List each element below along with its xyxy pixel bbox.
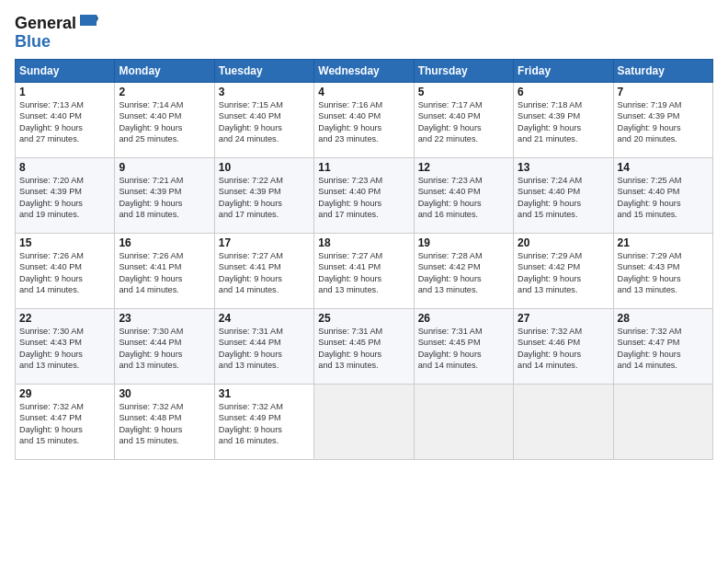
day-number: 30 [119,387,210,400]
calendar-cell: 5Sunrise: 7:17 AMSunset: 4:40 PMDaylight… [414,82,513,157]
svg-marker-0 [80,15,97,26]
day-number: 28 [618,312,709,325]
calendar-cell: 14Sunrise: 7:25 AMSunset: 4:40 PMDayligh… [613,157,712,233]
calendar-cell: 16Sunrise: 7:26 AMSunset: 4:41 PMDayligh… [115,233,214,308]
calendar-cell: 26Sunrise: 7:31 AMSunset: 4:45 PMDayligh… [414,308,513,384]
day-number: 14 [618,161,709,174]
cell-info: Sunrise: 7:29 AMSunset: 4:43 PMDaylight:… [618,250,709,296]
calendar-cell: 12Sunrise: 7:23 AMSunset: 4:40 PMDayligh… [414,157,513,233]
calendar-cell: 28Sunrise: 7:32 AMSunset: 4:47 PMDayligh… [613,308,712,384]
calendar-cell: 10Sunrise: 7:22 AMSunset: 4:39 PMDayligh… [214,157,313,233]
day-number: 12 [418,161,509,174]
column-header-monday: Monday [115,59,214,82]
cell-info: Sunrise: 7:31 AMSunset: 4:45 PMDaylight:… [418,326,509,372]
cell-info: Sunrise: 7:32 AMSunset: 4:49 PMDaylight:… [219,401,310,447]
calendar-cell [414,384,513,459]
day-number: 1 [19,86,110,98]
calendar-cell: 3Sunrise: 7:15 AMSunset: 4:40 PMDaylight… [214,82,313,157]
calendar-cell: 21Sunrise: 7:29 AMSunset: 4:43 PMDayligh… [613,233,712,308]
day-number: 21 [618,236,709,249]
cell-info: Sunrise: 7:27 AMSunset: 4:41 PMDaylight:… [318,250,409,296]
cell-info: Sunrise: 7:19 AMSunset: 4:39 PMDaylight:… [618,99,709,145]
day-number: 16 [119,236,210,249]
day-number: 10 [219,161,310,174]
cell-info: Sunrise: 7:31 AMSunset: 4:45 PMDaylight:… [318,326,409,372]
logo-blue: Blue [15,33,51,52]
day-number: 26 [418,312,509,325]
day-number: 3 [219,86,310,98]
cell-info: Sunrise: 7:25 AMSunset: 4:40 PMDaylight:… [618,175,709,221]
day-number: 8 [19,161,110,174]
calendar-table: SundayMondayTuesdayWednesdayThursdayFrid… [15,59,713,460]
cell-info: Sunrise: 7:22 AMSunset: 4:39 PMDaylight:… [219,175,310,221]
cell-info: Sunrise: 7:28 AMSunset: 4:42 PMDaylight:… [418,250,509,296]
day-number: 20 [518,236,609,249]
calendar-cell: 22Sunrise: 7:30 AMSunset: 4:43 PMDayligh… [16,308,115,384]
column-header-wednesday: Wednesday [314,59,414,82]
calendar-cell: 6Sunrise: 7:18 AMSunset: 4:39 PMDaylight… [514,82,613,157]
day-number: 9 [119,161,210,174]
day-number: 22 [19,312,110,325]
day-number: 4 [318,86,409,98]
day-number: 13 [518,161,609,174]
cell-info: Sunrise: 7:15 AMSunset: 4:40 PMDaylight:… [219,99,310,145]
header: General Blue [15,15,713,52]
calendar-container: General Blue SundayMondayTuesdayWednesda… [0,0,728,563]
calendar-week-row: 29Sunrise: 7:32 AMSunset: 4:47 PMDayligh… [16,384,713,459]
column-header-sunday: Sunday [16,59,115,82]
cell-info: Sunrise: 7:26 AMSunset: 4:40 PMDaylight:… [19,250,110,296]
day-number: 29 [19,387,110,400]
calendar-header-row: SundayMondayTuesdayWednesdayThursdayFrid… [16,59,713,82]
calendar-cell: 7Sunrise: 7:19 AMSunset: 4:39 PMDaylight… [613,82,712,157]
day-number: 27 [518,312,609,325]
cell-info: Sunrise: 7:18 AMSunset: 4:39 PMDaylight:… [518,99,609,145]
calendar-cell: 17Sunrise: 7:27 AMSunset: 4:41 PMDayligh… [214,233,313,308]
calendar-cell: 25Sunrise: 7:31 AMSunset: 4:45 PMDayligh… [314,308,414,384]
logo-general: General [15,15,76,33]
cell-info: Sunrise: 7:23 AMSunset: 4:40 PMDaylight:… [318,175,409,221]
cell-info: Sunrise: 7:32 AMSunset: 4:46 PMDaylight:… [518,326,609,372]
column-header-tuesday: Tuesday [214,59,313,82]
day-number: 24 [219,312,310,325]
calendar-cell [314,384,414,459]
column-header-thursday: Thursday [414,59,513,82]
calendar-cell: 9Sunrise: 7:21 AMSunset: 4:39 PMDaylight… [115,157,214,233]
calendar-cell: 24Sunrise: 7:31 AMSunset: 4:44 PMDayligh… [214,308,313,384]
cell-info: Sunrise: 7:32 AMSunset: 4:47 PMDaylight:… [618,326,709,372]
day-number: 25 [318,312,409,325]
calendar-cell: 18Sunrise: 7:27 AMSunset: 4:41 PMDayligh… [314,233,414,308]
calendar-cell: 15Sunrise: 7:26 AMSunset: 4:40 PMDayligh… [16,233,115,308]
day-number: 2 [119,86,210,98]
column-header-saturday: Saturday [613,59,712,82]
cell-info: Sunrise: 7:31 AMSunset: 4:44 PMDaylight:… [219,326,310,372]
day-number: 23 [119,312,210,325]
calendar-cell [613,384,712,459]
calendar-cell: 4Sunrise: 7:16 AMSunset: 4:40 PMDaylight… [314,82,414,157]
cell-info: Sunrise: 7:30 AMSunset: 4:44 PMDaylight:… [119,326,210,372]
calendar-cell: 20Sunrise: 7:29 AMSunset: 4:42 PMDayligh… [514,233,613,308]
svg-marker-1 [97,15,98,22]
calendar-cell: 11Sunrise: 7:23 AMSunset: 4:40 PMDayligh… [314,157,414,233]
calendar-cell: 19Sunrise: 7:28 AMSunset: 4:42 PMDayligh… [414,233,513,308]
calendar-cell: 2Sunrise: 7:14 AMSunset: 4:40 PMDaylight… [115,82,214,157]
cell-info: Sunrise: 7:29 AMSunset: 4:42 PMDaylight:… [518,250,609,296]
column-header-friday: Friday [514,59,613,82]
calendar-cell: 13Sunrise: 7:24 AMSunset: 4:40 PMDayligh… [514,157,613,233]
calendar-cell: 30Sunrise: 7:32 AMSunset: 4:48 PMDayligh… [115,384,214,459]
calendar-cell: 23Sunrise: 7:30 AMSunset: 4:44 PMDayligh… [115,308,214,384]
cell-info: Sunrise: 7:24 AMSunset: 4:40 PMDaylight:… [518,175,609,221]
logo: General Blue [15,15,98,52]
day-number: 7 [618,86,709,98]
cell-info: Sunrise: 7:27 AMSunset: 4:41 PMDaylight:… [219,250,310,296]
day-number: 6 [518,86,609,98]
calendar-cell: 8Sunrise: 7:20 AMSunset: 4:39 PMDaylight… [16,157,115,233]
day-number: 18 [318,236,409,249]
logo-flag-icon [78,15,98,31]
cell-info: Sunrise: 7:32 AMSunset: 4:47 PMDaylight:… [19,401,110,447]
cell-info: Sunrise: 7:20 AMSunset: 4:39 PMDaylight:… [19,175,110,221]
cell-info: Sunrise: 7:23 AMSunset: 4:40 PMDaylight:… [418,175,509,221]
cell-info: Sunrise: 7:21 AMSunset: 4:39 PMDaylight:… [119,175,210,221]
day-number: 5 [418,86,509,98]
cell-info: Sunrise: 7:32 AMSunset: 4:48 PMDaylight:… [119,401,210,447]
calendar-cell: 31Sunrise: 7:32 AMSunset: 4:49 PMDayligh… [214,384,313,459]
